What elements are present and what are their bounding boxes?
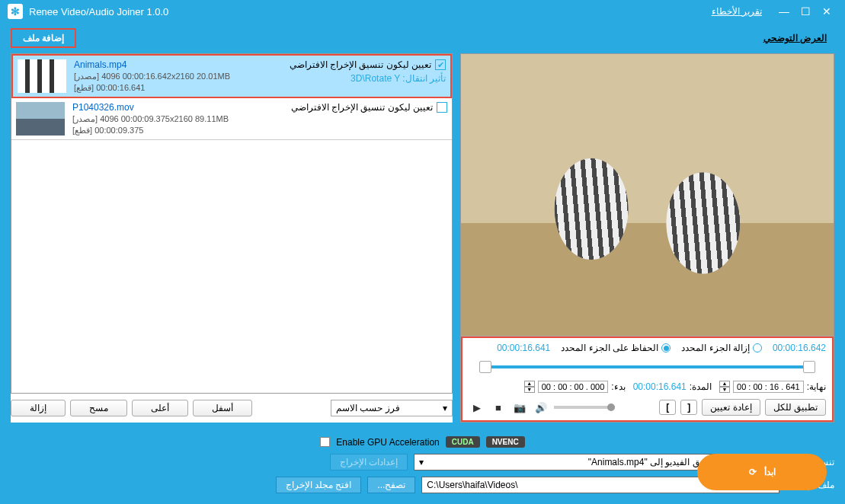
move-down-button[interactable]: أسفل [193, 400, 252, 416]
begin-input[interactable]: 00 : 00 : 00 . 000 [538, 381, 609, 393]
cuda-badge: CUDA [446, 436, 480, 448]
trim-slider[interactable] [469, 359, 826, 375]
maximize-button[interactable]: ☐ [795, 4, 816, 19]
file-name: P1040326.mov [72, 102, 263, 113]
default-format-label: تعيين ليكون تنسيق الإخراج الافتراضي [290, 59, 431, 70]
end-label: نهاية: [807, 381, 826, 392]
file-cut: [قطع] 00:00:09.375 [72, 126, 263, 136]
bracket-end-icon[interactable]: ] [680, 400, 697, 415]
gpu-label: Enable GPU Acceleration [336, 437, 439, 448]
slider-track [484, 365, 811, 368]
output-settings-button[interactable]: إعدادات الإخراج [330, 454, 408, 471]
start-button[interactable]: ⟳ ابدأ [697, 454, 827, 490]
remove-button[interactable]: إزالة [11, 400, 66, 416]
chevron-down-icon: ▾ [419, 457, 424, 467]
nvenc-badge: NVENC [486, 436, 525, 448]
volume-icon[interactable]: 🔊 [533, 399, 549, 416]
open-folder-button[interactable]: افتح مجلد الإخراج [276, 477, 362, 493]
app-window: ✻ Renee Video/Audio Joiner 1.0.0 تقرير ا… [0, 0, 845, 504]
apply-all-button[interactable]: تطبيق للكل [765, 399, 826, 416]
slider-handle-end[interactable] [803, 361, 815, 373]
begin-spinner[interactable]: ▲▼ [524, 381, 535, 393]
file-info: Animals.mp4 [مصدر] 00:00:16.642 4096x216… [74, 59, 264, 93]
right-panel: 00:00:16.642 إزالة الجزء المحدد الحفاظ ع… [460, 53, 834, 423]
file-list: Animals.mp4 [مصدر] 00:00:16.642 4096x216… [11, 53, 453, 394]
titlebar: ✻ Renee Video/Audio Joiner 1.0.0 تقرير ا… [0, 0, 845, 23]
file-options: ✔ تعيين ليكون تنسيق الإخراج الافتراضي تأ… [272, 59, 446, 93]
slider-handle-start[interactable] [479, 361, 491, 373]
total-time: 00:00:16.642 [773, 343, 826, 353]
begin-label: بدء: [611, 381, 625, 392]
refresh-icon: ⟳ [749, 467, 757, 477]
clear-button[interactable]: مسح [70, 400, 127, 416]
transition-value[interactable]: 3D\Rotate Y [350, 73, 400, 84]
default-format-checkbox[interactable]: ✔ [435, 59, 446, 70]
file-row[interactable]: Animals.mp4 [مصدر] 00:00:16.642 4096x216… [11, 54, 452, 98]
file-thumbnail [16, 102, 65, 136]
sort-dropdown[interactable]: فرز حسب الاسم ▾ [331, 400, 453, 416]
minimize-button[interactable]: — [773, 4, 795, 19]
duration-value: 00:00:16.641 [633, 381, 687, 392]
mode-radios: 00:00:16.642 إزالة الجزء المحدد الحفاظ ع… [469, 343, 826, 353]
demo-link[interactable]: العرض التوضحي [763, 33, 827, 43]
close-button[interactable]: ✕ [816, 4, 837, 19]
main-area: Animals.mp4 [مصدر] 00:00:16.642 4096x216… [0, 53, 845, 430]
end-spinner[interactable]: ▲▼ [719, 381, 730, 393]
duration-label: المدة: [690, 381, 712, 392]
toolbar: إضافة ملف العرض التوضحي [0, 23, 845, 53]
preview-image [461, 54, 834, 336]
app-logo-icon: ✻ [8, 4, 23, 19]
browse-button[interactable]: تصفح... [367, 477, 415, 493]
remove-part-radio[interactable]: إزالة الجزء المحدد [681, 343, 762, 353]
stop-icon[interactable]: ■ [490, 399, 507, 416]
time-inputs: نهاية: 00 : 00 : 16 . 641 ▲▼ المدة: 00:0… [469, 381, 826, 393]
default-format-checkbox[interactable] [437, 102, 447, 113]
playback-row: ▶ ■ 📷 🔊 [ ] إعادة تعيين تطبيق للكل [469, 399, 826, 416]
end-input[interactable]: 00 : 00 : 16 . 641 [733, 381, 804, 393]
volume-slider[interactable] [554, 406, 615, 409]
report-link[interactable]: تقرير الأخطاء [712, 6, 762, 17]
selected-time: 00:00:16.641 [497, 343, 550, 353]
transition-label: تأثير انتقال: [402, 73, 446, 84]
file-thumbnail [18, 59, 66, 93]
file-name: Animals.mp4 [74, 59, 264, 70]
file-cut: [قطع] 00:00:16.641 [74, 83, 264, 93]
file-row[interactable]: P1040326.mov [مصدر] 00:00:09.375 4096x21… [11, 98, 452, 140]
file-options: تعيين ليكون تنسيق الإخراج الافتراضي [270, 102, 447, 136]
file-source: [مصدر] 00:00:09.375 4096x2160 89.11MB [72, 114, 263, 124]
chevron-down-icon: ▾ [443, 403, 447, 413]
list-buttons: إزالة مسح أعلى أسفل فرز حسب الاسم ▾ [11, 394, 453, 423]
bracket-start-icon[interactable]: [ [659, 400, 676, 415]
reset-button[interactable]: إعادة تعيين [702, 399, 760, 416]
app-title: Renee Video/Audio Joiner 1.0.0 [29, 6, 712, 18]
keep-part-radio[interactable]: الحفاظ على الجزء المحدد [561, 343, 671, 353]
video-preview[interactable] [461, 54, 834, 337]
gpu-checkbox[interactable] [320, 437, 330, 447]
add-file-button[interactable]: إضافة ملف [11, 28, 76, 48]
play-icon[interactable]: ▶ [469, 399, 485, 416]
trim-controls: 00:00:16.642 إزالة الجزء المحدد الحفاظ ع… [461, 337, 834, 422]
snapshot-icon[interactable]: 📷 [511, 399, 528, 416]
default-format-label: تعيين ليكون تنسيق الإخراج الافتراضي [291, 102, 433, 113]
gpu-row: Enable GPU Acceleration CUDA NVENC [11, 436, 834, 448]
move-up-button[interactable]: أعلى [132, 400, 188, 416]
left-panel: Animals.mp4 [مصدر] 00:00:16.642 4096x216… [11, 53, 453, 423]
file-source: [مصدر] 00:00:16.642 4096x2160 20.01MB [74, 72, 264, 81]
file-info: P1040326.mov [مصدر] 00:00:09.375 4096x21… [72, 102, 263, 136]
